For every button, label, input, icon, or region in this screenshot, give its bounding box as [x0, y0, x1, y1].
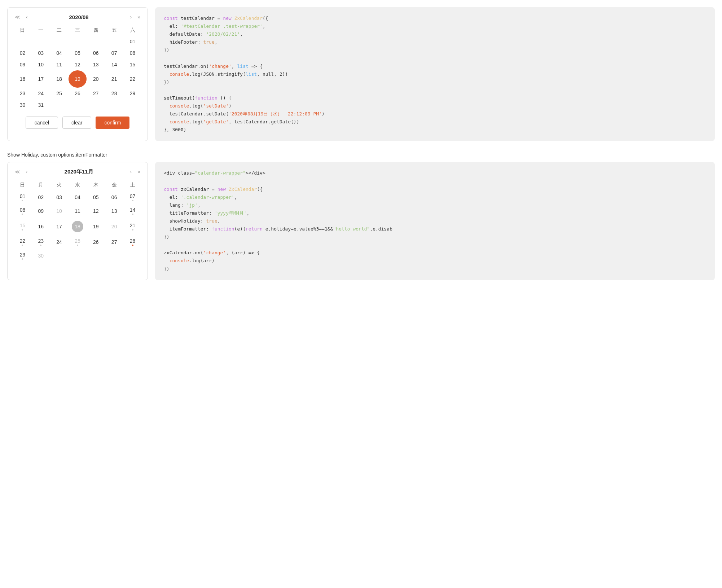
- calendar-day[interactable]: 31: [32, 99, 50, 111]
- next-month-btn-1[interactable]: ›: [129, 13, 133, 21]
- calendar-day[interactable]: 05: [87, 190, 105, 204]
- calendar-day[interactable]: 11: [50, 59, 69, 70]
- weekday-mon-1: 一: [32, 25, 50, 36]
- calendar-day[interactable]: 12: [69, 59, 87, 70]
- calendar-day[interactable]: 26: [87, 235, 105, 249]
- calendar-day[interactable]: 12: [87, 204, 105, 218]
- calendar-day[interactable]: 28: [105, 88, 123, 99]
- calendar-day[interactable]: 27: [87, 88, 105, 99]
- calendar-day[interactable]: 03: [32, 47, 50, 59]
- calendar-day[interactable]: 10: [50, 204, 69, 218]
- calendar-day[interactable]: 20: [105, 218, 123, 235]
- calendar-day[interactable]: 24: [50, 235, 69, 249]
- prev-year-btn-1[interactable]: ≪: [13, 13, 22, 21]
- calendar-day[interactable]: 18: [50, 70, 69, 88]
- calendar-day[interactable]: 27: [105, 235, 123, 249]
- weekday-wed-1: 三: [69, 25, 87, 36]
- calendar-day[interactable]: 21: [123, 218, 142, 235]
- calendar-day[interactable]: 26: [69, 88, 87, 99]
- calendar-day[interactable]: 07: [123, 190, 142, 204]
- calendar-day: [87, 36, 105, 47]
- calendar-day[interactable]: 30: [32, 249, 50, 263]
- calendar-day[interactable]: 18: [69, 218, 87, 235]
- calendar-day[interactable]: 17: [32, 70, 50, 88]
- next-month-btn-2[interactable]: ›: [129, 168, 133, 175]
- calendar-day[interactable]: 08: [13, 204, 32, 218]
- weekday-thu-1: 四: [87, 25, 105, 36]
- calendar-day[interactable]: 24: [32, 88, 50, 99]
- code-panel-2: <div class="calendar-wrapper"></div> con…: [155, 162, 715, 280]
- calendar-day[interactable]: 04: [50, 47, 69, 59]
- calendar-day[interactable]: 01: [13, 190, 32, 204]
- calendar-day[interactable]: 10: [32, 59, 50, 70]
- weekday-tue-2: 火: [50, 180, 69, 190]
- confirm-button[interactable]: confirm: [96, 117, 129, 129]
- calendar-day[interactable]: 14: [123, 204, 142, 218]
- calendar-day[interactable]: 04: [69, 190, 87, 204]
- calendar-day[interactable]: 07: [105, 47, 123, 59]
- next-year-btn-2[interactable]: »: [136, 168, 142, 175]
- calendar-header-2: ≪ ‹ 2020年11月 › »: [13, 168, 142, 175]
- calendar-day[interactable]: 13: [87, 59, 105, 70]
- prev-month-btn-1[interactable]: ‹: [25, 13, 29, 21]
- prev-year-btn-2[interactable]: ≪: [13, 168, 22, 175]
- calendar-day: [32, 36, 50, 47]
- weekday-sun-1: 日: [13, 25, 32, 36]
- clear-button[interactable]: clear: [62, 117, 91, 129]
- calendar-day[interactable]: 08: [123, 47, 142, 59]
- calendar-day[interactable]: 05: [69, 47, 87, 59]
- weekday-fri-2: 金: [105, 180, 123, 190]
- calendar-title-2: 2020年11月: [32, 168, 126, 175]
- calendar-day: [50, 249, 69, 263]
- calendar-day[interactable]: 01: [123, 36, 142, 47]
- section-1: ≪ ‹ 2020/08 › » 日 一 二 三 四 五 六 0102030405…: [7, 7, 715, 141]
- calendar-day[interactable]: 14: [105, 59, 123, 70]
- calendar-day[interactable]: 15: [123, 59, 142, 70]
- calendar-day[interactable]: 09: [13, 59, 32, 70]
- calendar-day[interactable]: 06: [105, 190, 123, 204]
- calendar-day[interactable]: 22: [123, 70, 142, 88]
- calendar-day[interactable]: 13: [105, 204, 123, 218]
- weekday-tue-1: 二: [50, 25, 69, 36]
- calendar-day[interactable]: 09: [32, 204, 50, 218]
- cancel-button[interactable]: cancel: [26, 117, 58, 129]
- calendar-day[interactable]: 19: [87, 218, 105, 235]
- calendar-day[interactable]: 25: [69, 235, 87, 249]
- calendar-day[interactable]: 15: [13, 218, 32, 235]
- calendar-day[interactable]: 19: [69, 70, 87, 88]
- weekday-mon-2: 月: [32, 180, 50, 190]
- weekday-sat-1: 六: [123, 25, 142, 36]
- calendar-day[interactable]: 03: [50, 190, 69, 204]
- calendar-day: [105, 249, 123, 263]
- calendar-day[interactable]: 28: [123, 235, 142, 249]
- calendar-day[interactable]: 21: [105, 70, 123, 88]
- calendar-day[interactable]: 17: [50, 218, 69, 235]
- calendar-day[interactable]: 29: [123, 88, 142, 99]
- calendar-panel-2: ≪ ‹ 2020年11月 › » 日 月 火 水 木 金 土 010203040…: [7, 162, 148, 280]
- weekday-fri-1: 五: [105, 25, 123, 36]
- calendar-day[interactable]: 25: [50, 88, 69, 99]
- calendar-day[interactable]: 23: [32, 235, 50, 249]
- calendar-day: [50, 99, 69, 111]
- calendar-day[interactable]: 23: [13, 88, 32, 99]
- calendar-day: [50, 36, 69, 47]
- calendar-day[interactable]: 02: [13, 47, 32, 59]
- calendar-day[interactable]: 20: [87, 70, 105, 88]
- calendar-day: [105, 99, 123, 111]
- calendar-day[interactable]: 16: [32, 218, 50, 235]
- next-year-btn-1[interactable]: »: [136, 13, 142, 21]
- section-2-label: Show Holiday, custom options.itemFormatt…: [7, 152, 715, 158]
- calendar-day[interactable]: 02: [32, 190, 50, 204]
- weekday-sat-2: 土: [123, 180, 142, 190]
- calendar-day[interactable]: 29: [13, 249, 32, 263]
- calendar-day[interactable]: 06: [87, 47, 105, 59]
- weekday-sun-2: 日: [13, 180, 32, 190]
- calendar-footer-1: cancel clear confirm: [13, 117, 142, 129]
- calendar-day[interactable]: 30: [13, 99, 32, 111]
- calendar-day[interactable]: 11: [69, 204, 87, 218]
- prev-month-btn-2[interactable]: ‹: [25, 168, 29, 175]
- calendar-panel-1: ≪ ‹ 2020/08 › » 日 一 二 三 四 五 六 0102030405…: [7, 7, 148, 141]
- calendar-day[interactable]: 16: [13, 70, 32, 88]
- calendar-day[interactable]: 22: [13, 235, 32, 249]
- calendar-day: [123, 249, 142, 263]
